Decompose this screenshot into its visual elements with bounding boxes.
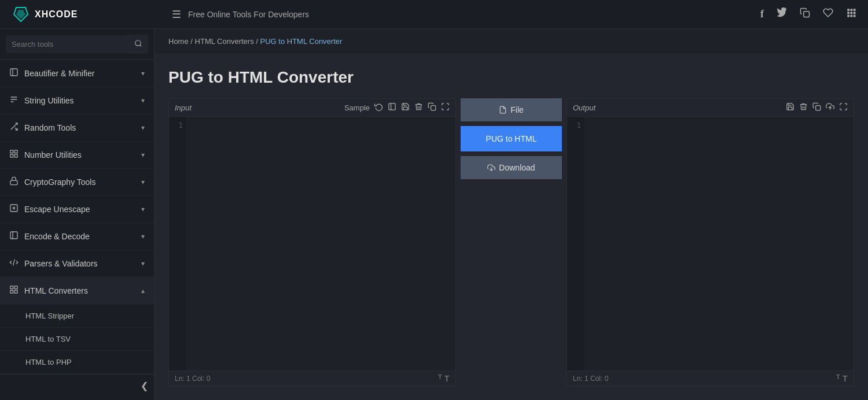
search-area <box>0 29 154 60</box>
svg-rect-29 <box>14 290 17 293</box>
file-button[interactable]: File <box>461 98 562 121</box>
sidebar-subitem-html-php[interactable]: HTML to PHP <box>0 351 154 374</box>
output-save-icon[interactable] <box>786 102 795 113</box>
escape-icon <box>9 203 19 215</box>
top-header: XHCODE ☰ Free Online Tools For Developer… <box>0 0 868 29</box>
output-editor-body: 1 <box>567 117 854 371</box>
search-button[interactable] <box>128 35 148 54</box>
sidebar-label-escape: Escape Unescape <box>24 205 90 214</box>
svg-rect-7 <box>851 12 853 14</box>
input-editor-body: 1 <box>169 117 455 371</box>
chevron-icon-html: ▴ <box>141 287 145 295</box>
crypto-icon <box>9 176 19 188</box>
input-line-numbers: 1 <box>169 117 186 371</box>
svg-rect-10 <box>851 15 853 17</box>
copy-icon[interactable] <box>800 8 810 21</box>
sidebar-item-encode[interactable]: Encode & Decode ▾ <box>0 223 154 250</box>
svg-rect-27 <box>14 286 17 289</box>
header-social-icons: f <box>760 8 856 21</box>
sidebar-collapse-button[interactable]: ❮ <box>141 380 148 391</box>
svg-rect-26 <box>10 286 13 289</box>
output-expand-icon[interactable] <box>839 102 848 113</box>
chevron-icon-escape: ▾ <box>141 205 145 213</box>
output-label: Output <box>573 103 595 112</box>
sidebar-label-beautifier: Beautifier & Minifier <box>24 69 94 78</box>
twitter-icon[interactable] <box>777 8 787 21</box>
output-copy-icon[interactable] <box>812 102 821 113</box>
svg-rect-21 <box>14 154 17 157</box>
svg-rect-6 <box>847 12 849 14</box>
output-font-controls: T T <box>836 373 848 383</box>
output-textarea[interactable] <box>584 117 854 371</box>
font-increase-icon[interactable]: T <box>444 373 450 383</box>
download-button[interactable]: Download <box>461 156 562 179</box>
page-title: PUG to HTML Converter <box>168 68 854 87</box>
svg-point-12 <box>135 40 141 46</box>
svg-rect-22 <box>10 180 17 184</box>
breadcrumb-parent[interactable]: HTML Converters <box>195 37 254 46</box>
hamburger-icon[interactable]: ☰ <box>172 8 181 21</box>
svg-rect-28 <box>10 290 13 293</box>
svg-rect-4 <box>851 9 853 11</box>
sidebar-label-number: Number Utilities <box>24 150 82 160</box>
font-decrease-icon[interactable]: T <box>438 373 442 383</box>
breadcrumb-home[interactable]: Home <box>168 37 189 46</box>
breadcrumb-sep1: / <box>190 37 194 46</box>
svg-line-13 <box>140 45 142 47</box>
sidebar-item-string[interactable]: String Utilities ▾ <box>0 87 154 114</box>
header-tagline: Free Online Tools For Developers <box>188 10 309 19</box>
sidebar-subitem-html-tsv[interactable]: HTML to TSV <box>0 328 154 351</box>
expand-icon[interactable] <box>441 102 450 113</box>
save-icon[interactable] <box>401 102 410 113</box>
trash-icon[interactable] <box>414 102 423 113</box>
chevron-icon-random: ▾ <box>141 124 145 132</box>
svg-rect-32 <box>431 106 436 110</box>
sidebar-item-beautifier[interactable]: Beautifier & Minifier ▾ <box>0 60 154 87</box>
output-editor-footer: Ln: 1 Col: 0 T T <box>567 371 854 386</box>
input-editor-panel: Input Sample <box>168 98 456 386</box>
input-textarea[interactable] <box>186 117 455 371</box>
logo-icon <box>12 5 30 24</box>
chevron-icon-string: ▾ <box>141 97 145 105</box>
svg-rect-24 <box>10 232 17 239</box>
svg-rect-20 <box>10 154 13 157</box>
svg-rect-2 <box>804 12 810 17</box>
facebook-icon[interactable]: f <box>760 8 764 20</box>
sidebar-item-number[interactable]: Number Utilities ▾ <box>0 142 154 169</box>
svg-rect-14 <box>10 69 17 76</box>
logo-area: XHCODE <box>12 5 166 24</box>
header-center: ☰ Free Online Tools For Developers <box>166 8 760 21</box>
sample-label[interactable]: Sample <box>344 103 370 112</box>
chevron-icon-parsers: ▾ <box>141 260 145 268</box>
sidebar-item-html[interactable]: HTML Converters ▴ <box>0 277 154 305</box>
sidebar-item-escape[interactable]: Escape Unescape ▾ <box>0 196 154 223</box>
page-content: PUG to HTML Converter Input Sample <box>155 54 868 400</box>
output-editor-panel: Output <box>567 98 854 386</box>
middle-panel: File PUG to HTML Download <box>461 98 562 386</box>
grid-icon[interactable] <box>846 8 856 21</box>
window-icon[interactable] <box>388 102 396 113</box>
chevron-icon-encode: ▾ <box>141 232 145 240</box>
svg-rect-18 <box>10 150 13 153</box>
chevron-icon-crypto: ▾ <box>141 178 145 186</box>
history-icon[interactable] <box>374 102 383 113</box>
breadcrumb-current: PUG to HTML Converter <box>260 37 343 46</box>
encode-icon <box>9 231 19 242</box>
sidebar-item-crypto[interactable]: CryptoGraphy Tools ▾ <box>0 169 154 196</box>
svg-rect-34 <box>816 106 821 110</box>
svg-rect-5 <box>854 9 856 11</box>
sidebar-subitem-html-stripper[interactable]: HTML Stripper <box>0 305 154 328</box>
heart-icon[interactable] <box>823 8 833 21</box>
output-font-decrease-icon[interactable]: T <box>836 373 840 383</box>
sidebar-item-parsers[interactable]: Parsers & Validators ▾ <box>0 250 154 277</box>
sidebar-item-random[interactable]: Random Tools ▾ <box>0 114 154 142</box>
convert-button[interactable]: PUG to HTML <box>461 126 562 151</box>
output-line-numbers: 1 <box>567 117 584 371</box>
output-font-increase-icon[interactable]: T <box>843 373 848 383</box>
copy-content-icon[interactable] <box>428 102 436 113</box>
output-upload-icon[interactable] <box>826 102 834 113</box>
sidebar-label-encode: Encode & Decode <box>24 232 90 241</box>
search-input[interactable] <box>6 35 128 53</box>
output-trash-icon[interactable] <box>799 102 808 113</box>
sidebar-bottom: ❮ <box>0 374 154 397</box>
